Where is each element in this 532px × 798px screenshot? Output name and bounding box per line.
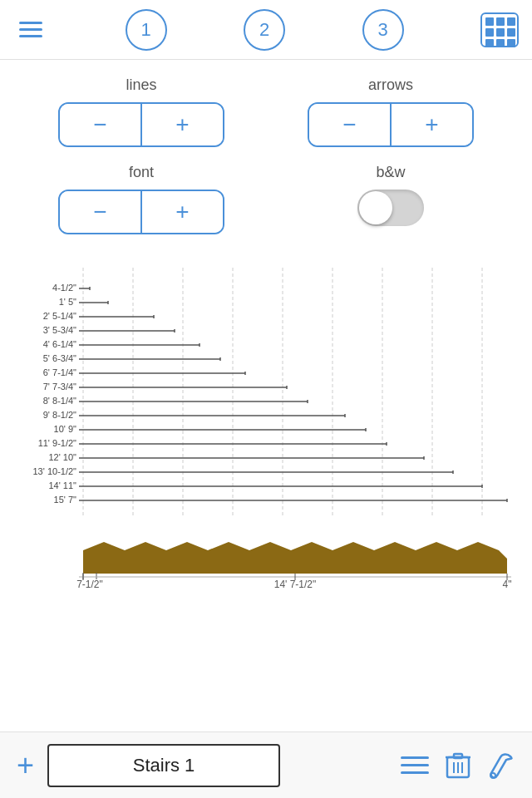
bottom-bar: +	[0, 732, 532, 798]
arrows-stepper: − +	[308, 102, 474, 147]
font-control: font − +	[33, 164, 249, 234]
top-navigation: 1 2 3	[0, 0, 532, 60]
font-label: font	[129, 164, 154, 181]
svg-rect-69	[401, 756, 429, 759]
lines-arrows-row: lines − + arrows − +	[33, 76, 499, 147]
bw-control: b&w	[283, 164, 499, 226]
lines-stepper: − +	[58, 102, 224, 147]
svg-rect-71	[401, 771, 429, 774]
svg-text:10' 9": 10' 9"	[54, 424, 77, 434]
svg-text:9' 8-1/2": 9' 8-1/2"	[43, 410, 76, 420]
svg-text:5' 6-3/4": 5' 6-3/4"	[43, 353, 76, 363]
svg-text:15' 7": 15' 7"	[54, 495, 77, 505]
svg-text:4' 6-1/4": 4' 6-1/4"	[43, 339, 76, 349]
svg-text:3' 5-3/4": 3' 5-3/4"	[43, 325, 76, 335]
lines-decrease-button[interactable]: −	[60, 104, 140, 145]
step-1-button[interactable]: 1	[126, 9, 167, 51]
arrows-control: arrows − +	[283, 76, 499, 147]
calculator-button[interactable]	[480, 12, 519, 47]
svg-text:8' 8-1/4": 8' 8-1/4"	[43, 396, 76, 406]
svg-text:4-1/2": 4-1/2"	[52, 283, 76, 293]
settings-button[interactable]	[487, 751, 515, 780]
lines-control: lines − +	[33, 76, 249, 147]
list-button[interactable]	[401, 754, 429, 777]
svg-text:6' 7-1/4": 6' 7-1/4"	[43, 367, 76, 377]
svg-text:14' 7-1/2": 14' 7-1/2"	[274, 579, 317, 590]
svg-text:11' 9-1/2": 11' 9-1/2"	[38, 438, 76, 448]
diagram-area: 4-1/2" 1' 5" 2' 5-1/4" 3' 5-3/4" 4' 6-1/…	[0, 259, 532, 608]
font-increase-button[interactable]: +	[142, 191, 223, 233]
arrows-decrease-button[interactable]: −	[309, 104, 390, 145]
stair-name-input[interactable]	[47, 744, 280, 787]
toggle-knob	[359, 191, 392, 224]
svg-text:2' 5-1/4": 2' 5-1/4"	[43, 311, 76, 321]
menu-button[interactable]	[13, 12, 48, 47]
stair-diagram-svg: 4-1/2" 1' 5" 2' 5-1/4" 3' 5-3/4" 4' 6-1/…	[0, 259, 532, 608]
svg-rect-59	[83, 559, 507, 574]
svg-text:1' 5": 1' 5"	[59, 297, 76, 307]
font-stepper: − +	[58, 190, 224, 234]
svg-text:13' 10-1/2": 13' 10-1/2"	[33, 466, 77, 476]
bw-toggle[interactable]	[357, 190, 424, 226]
step-2-button[interactable]: 2	[244, 9, 285, 51]
svg-text:7' 7-3/4": 7' 7-3/4"	[43, 382, 76, 392]
bottom-action-icons	[401, 751, 515, 781]
svg-rect-70	[401, 764, 429, 766]
font-decrease-button[interactable]: −	[60, 191, 140, 233]
delete-button[interactable]	[446, 751, 470, 781]
lines-label: lines	[126, 76, 156, 94]
svg-text:4": 4"	[503, 579, 512, 590]
step-3-button[interactable]: 3	[362, 9, 404, 51]
add-button[interactable]: +	[17, 751, 34, 781]
svg-text:7-1/2": 7-1/2"	[76, 579, 103, 590]
svg-point-78	[490, 773, 495, 778]
bw-label: b&w	[376, 164, 405, 181]
controls-area: lines − + arrows − + font − +	[0, 60, 532, 259]
font-bw-row: font − + b&w	[33, 164, 499, 234]
lines-increase-button[interactable]: +	[142, 104, 223, 145]
arrows-increase-button[interactable]: +	[392, 104, 472, 145]
svg-text:14' 11": 14' 11"	[48, 480, 76, 490]
arrows-label: arrows	[368, 76, 413, 94]
svg-text:12' 10": 12' 10"	[48, 452, 76, 462]
